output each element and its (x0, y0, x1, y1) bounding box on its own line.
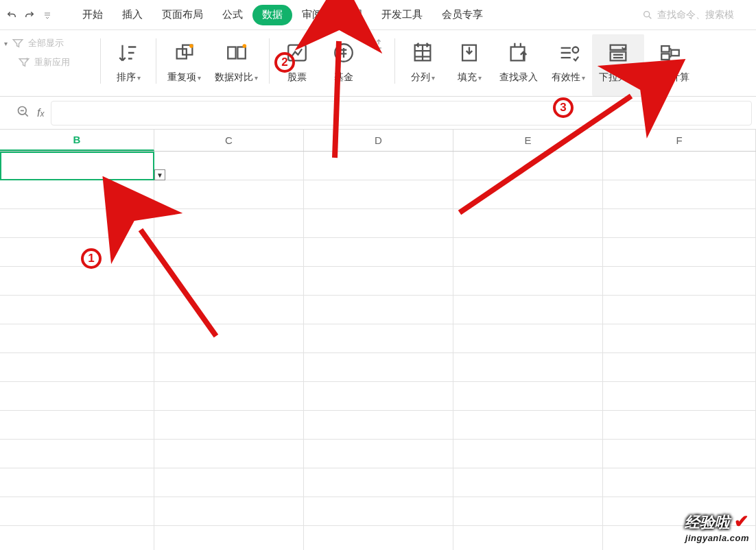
cell[interactable] (154, 353, 304, 381)
cell[interactable] (453, 382, 603, 410)
cell[interactable] (0, 353, 154, 381)
cell[interactable] (154, 180, 304, 208)
cell[interactable] (304, 353, 453, 381)
tab-pagelayout[interactable]: 页面布局 (152, 5, 213, 25)
cell[interactable] (603, 411, 756, 439)
cell[interactable] (0, 180, 154, 208)
tab-data[interactable]: 数据 (252, 5, 292, 25)
column-header-C[interactable]: C (154, 130, 304, 151)
cell[interactable] (0, 209, 154, 237)
cell[interactable] (603, 324, 756, 352)
cell[interactable] (0, 440, 154, 468)
cell[interactable] (0, 238, 154, 266)
table-row[interactable] (0, 152, 756, 180)
pin-icon[interactable] (367, 34, 390, 96)
cell[interactable] (453, 209, 603, 237)
cell[interactable] (304, 382, 453, 410)
cell[interactable] (154, 382, 304, 410)
table-row[interactable] (0, 526, 756, 550)
tab-devtools[interactable]: 开发工具 (372, 5, 432, 25)
formula-input[interactable] (51, 101, 752, 125)
cell[interactable] (0, 468, 154, 497)
cell[interactable] (304, 468, 453, 497)
cell[interactable] (154, 411, 304, 439)
command-search[interactable]: 查找命令、搜索模 (642, 9, 752, 21)
zoom-out-icon[interactable] (16, 105, 30, 121)
cell[interactable] (603, 526, 756, 550)
cell[interactable] (0, 382, 154, 410)
fx-label[interactable]: fx (37, 107, 44, 119)
column-header-F[interactable]: F (603, 130, 756, 151)
cell[interactable] (453, 324, 603, 352)
caret-icon[interactable]: ▾ (4, 40, 8, 47)
cell[interactable] (453, 440, 603, 468)
table-row[interactable] (0, 468, 756, 497)
tab-insert[interactable]: 插入 (113, 5, 152, 25)
cell[interactable] (453, 152, 603, 180)
cell[interactable] (304, 296, 453, 324)
cell[interactable] (603, 296, 756, 324)
undo-icon[interactable] (3, 6, 21, 24)
cell[interactable] (0, 324, 154, 352)
sort-button[interactable]: 排序▾ (105, 34, 152, 96)
cell[interactable] (154, 497, 304, 525)
cell[interactable] (0, 411, 154, 439)
cell-dropdown-handle[interactable]: ▼ (154, 169, 165, 180)
cell[interactable] (154, 209, 304, 237)
cell[interactable] (453, 497, 603, 525)
cell[interactable] (154, 238, 304, 266)
tab-view[interactable]: 视图 (332, 5, 372, 25)
cell[interactable] (154, 324, 304, 352)
cell[interactable] (304, 267, 453, 295)
cell[interactable] (453, 180, 603, 208)
show-all-label[interactable]: 全部显示 (28, 37, 64, 49)
cell[interactable] (304, 526, 453, 550)
cell[interactable] (154, 468, 304, 497)
cell[interactable] (453, 238, 603, 266)
cell[interactable] (603, 209, 756, 237)
cell[interactable] (154, 440, 304, 468)
table-row[interactable] (0, 382, 756, 411)
cell[interactable] (453, 296, 603, 324)
cell[interactable] (603, 180, 756, 208)
table-row[interactable] (0, 209, 756, 238)
consolidate-button[interactable]: 合并计算 (644, 34, 696, 96)
cell[interactable] (154, 296, 304, 324)
duplicates-button[interactable]: 重复项▾ (161, 34, 208, 96)
cell[interactable] (603, 382, 756, 410)
cell[interactable] (154, 267, 304, 295)
cell[interactable] (453, 526, 603, 550)
data-compare-button[interactable]: 数据对比▾ (208, 34, 265, 96)
cell[interactable] (304, 440, 453, 468)
table-row[interactable] (0, 411, 756, 440)
qat-dropdown-icon[interactable] (38, 6, 56, 24)
cell[interactable] (603, 238, 756, 266)
text-to-columns-button[interactable]: 分列▾ (399, 34, 446, 96)
table-row[interactable] (0, 440, 756, 468)
table-row[interactable] (0, 353, 756, 382)
cell[interactable] (154, 526, 304, 550)
cell[interactable] (453, 267, 603, 295)
stock-button[interactable]: 股票 (274, 34, 320, 96)
cell[interactable] (453, 468, 603, 497)
cell[interactable] (453, 353, 603, 381)
fill-button[interactable]: 填充▾ (446, 34, 493, 96)
find-entry-button[interactable]: 查找录入 (493, 34, 545, 96)
redo-icon[interactable] (21, 6, 38, 24)
table-row[interactable] (0, 238, 756, 267)
cell[interactable] (154, 152, 304, 180)
cell[interactable] (0, 526, 154, 550)
cell[interactable] (304, 238, 453, 266)
tab-member[interactable]: 会员专享 (432, 5, 493, 25)
cell[interactable] (0, 296, 154, 324)
tab-review[interactable]: 审阅 (292, 5, 332, 25)
cell[interactable] (304, 497, 453, 525)
cell[interactable] (603, 497, 756, 525)
dropdown-list-button[interactable]: 下拉列表 (592, 34, 644, 96)
validity-button[interactable]: 有效性▾ (545, 34, 592, 96)
table-row[interactable] (0, 497, 756, 526)
cell[interactable] (304, 209, 453, 237)
cell[interactable] (0, 152, 154, 180)
cell[interactable] (603, 267, 756, 295)
cell[interactable] (304, 152, 453, 180)
